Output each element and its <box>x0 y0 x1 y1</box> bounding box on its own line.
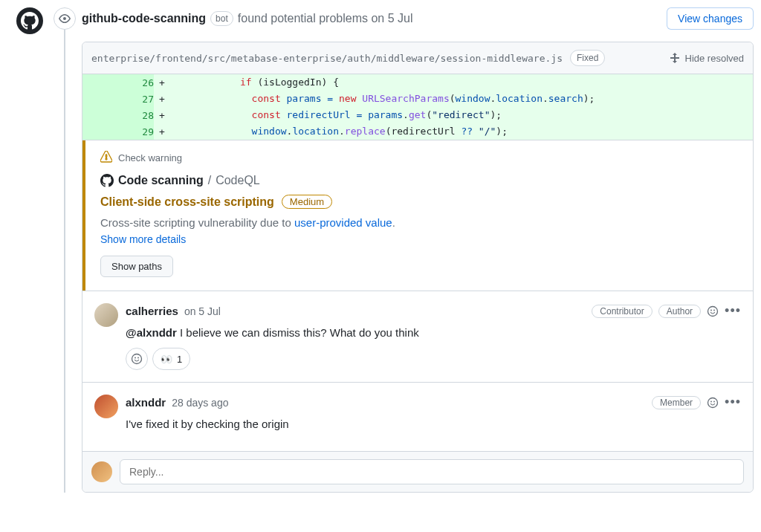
bot-badge: bot <box>210 11 233 26</box>
svg-point-4 <box>135 357 136 359</box>
hide-resolved-button[interactable]: Hide resolved <box>669 52 745 64</box>
reaction-emoji: 👀 <box>161 354 172 365</box>
check-warning-label: Check warning <box>118 152 182 163</box>
timeline-line <box>64 7 65 493</box>
scanner-tool: CodeQL <box>216 174 260 187</box>
diff-marker: + <box>154 74 170 91</box>
add-reaction-button[interactable] <box>707 397 719 409</box>
diff-marker: + <box>154 123 170 140</box>
mention[interactable]: @alxnddr <box>126 326 177 339</box>
reaction-eyes[interactable]: 👀 1 <box>152 348 190 370</box>
show-paths-button[interactable]: Show paths <box>100 256 173 277</box>
scanner-label: Code scanning <box>118 174 204 187</box>
line-blank <box>82 123 118 140</box>
svg-point-1 <box>710 309 712 311</box>
line-blank <box>82 91 118 107</box>
github-icon <box>100 174 114 187</box>
reply-input[interactable] <box>120 459 744 484</box>
line-number: 28 <box>118 107 154 123</box>
role-badge: Contributor <box>592 305 652 318</box>
unfold-icon <box>669 52 681 64</box>
vuln-description: Cross-site scripting vulnerability due t… <box>100 216 738 229</box>
svg-point-8 <box>713 400 715 402</box>
svg-point-2 <box>713 309 715 311</box>
comment: calherries on 5 Jul Contributor Author •… <box>82 291 753 382</box>
review-action-text: found potential problems on 5 Jul <box>238 12 413 25</box>
role-badge: Member <box>652 396 701 409</box>
reaction-count: 1 <box>177 354 182 365</box>
line-blank <box>82 107 118 123</box>
user-provided-value-link[interactable]: user-provided value <box>294 216 392 229</box>
file-header: enterprise/frontend/src/metabase-enterpr… <box>82 42 753 74</box>
line-number: 26 <box>118 74 154 91</box>
show-more-details-link[interactable]: Show more details <box>100 233 186 245</box>
reply-row <box>82 451 753 492</box>
review-author[interactable]: github-code-scanning <box>82 12 206 25</box>
code-line: const redirectUrl = params.get("redirect… <box>170 107 753 123</box>
review-container: enterprise/frontend/src/metabase-enterpr… <box>82 42 754 493</box>
avatar[interactable] <box>91 461 112 482</box>
review-badge-icon <box>54 7 76 30</box>
svg-point-6 <box>708 398 718 407</box>
file-path[interactable]: enterprise/frontend/src/metabase-enterpr… <box>91 53 563 64</box>
slash: / <box>208 174 211 187</box>
code-line: if (isLoggedIn) { <box>170 74 753 91</box>
view-changes-button[interactable]: View changes <box>667 7 754 30</box>
add-reaction-button[interactable] <box>126 348 148 370</box>
fixed-badge: Fixed <box>570 50 605 66</box>
hide-resolved-label: Hide resolved <box>685 53 745 64</box>
svg-point-7 <box>710 400 712 402</box>
diff-row: 27+ const params = new URLSearchParams(w… <box>82 91 753 107</box>
comment-author[interactable]: calherries <box>126 305 178 317</box>
comment-text: @alxnddr I believe we can dismiss this? … <box>126 326 741 339</box>
vuln-title[interactable]: Client-side cross-site scripting <box>100 195 274 209</box>
comment-timestamp[interactable]: on 5 Jul <box>184 305 221 317</box>
line-blank <box>82 74 118 91</box>
comment: alxnddr 28 days ago Member ••• I've fixe… <box>82 382 753 451</box>
warning-icon <box>100 151 112 165</box>
diff-marker: + <box>154 107 170 123</box>
avatar[interactable] <box>94 303 118 327</box>
svg-point-0 <box>708 306 718 316</box>
line-number: 27 <box>118 91 154 107</box>
diff-row: 28+ const redirectUrl = params.get("redi… <box>82 107 753 123</box>
severity-badge: Medium <box>282 195 332 209</box>
add-reaction-button[interactable] <box>707 305 719 317</box>
code-line: window.location.replace(redirectUrl ?? "… <box>170 123 753 140</box>
svg-point-3 <box>132 354 142 364</box>
diff-row: 29+ window.location.replace(redirectUrl … <box>82 123 753 140</box>
comment-timestamp[interactable]: 28 days ago <box>172 397 228 409</box>
comment-author[interactable]: alxnddr <box>126 396 166 409</box>
code-scanning-alert: Check warning Code scanning / CodeQL Cli… <box>82 140 753 291</box>
github-mark-icon[interactable] <box>16 7 43 34</box>
line-number: 29 <box>118 123 154 140</box>
role-badge: Author <box>658 305 701 318</box>
kebab-menu[interactable]: ••• <box>725 395 741 410</box>
code-line: const params = new URLSearchParams(windo… <box>170 91 753 107</box>
diff-table: 26+ if (isLoggedIn) {27+ const params = … <box>82 74 753 140</box>
diff-row: 26+ if (isLoggedIn) { <box>82 74 753 91</box>
diff-marker: + <box>154 91 170 107</box>
kebab-menu[interactable]: ••• <box>725 303 741 319</box>
avatar[interactable] <box>94 395 118 418</box>
svg-point-5 <box>137 357 139 359</box>
comment-text: I've fixed it by checking the origin <box>126 418 741 430</box>
